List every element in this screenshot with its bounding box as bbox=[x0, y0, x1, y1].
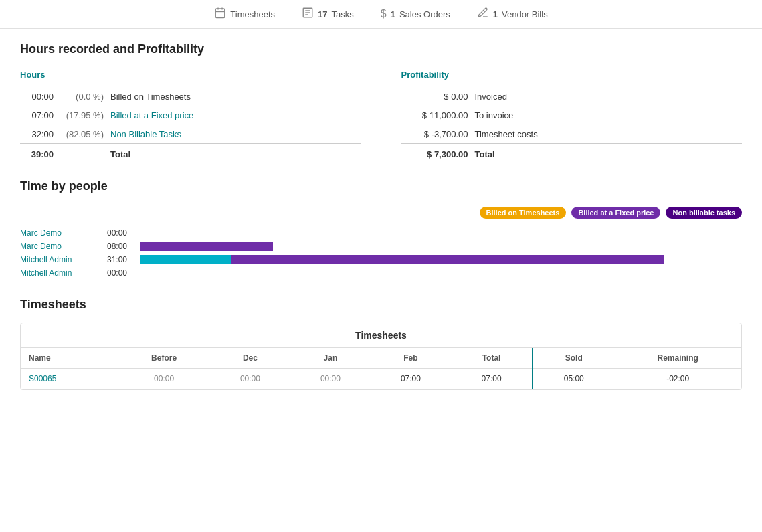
timesheets-table: Name Before Dec Jan Feb Total Sold Remai… bbox=[21, 348, 741, 389]
sales-orders-icon: $ bbox=[381, 8, 387, 20]
people-time-1: 08:00 bbox=[107, 242, 140, 251]
bar-purple-2 bbox=[231, 255, 664, 264]
hours-label-0: Billed on Timesheets bbox=[110, 92, 191, 102]
row-total: 07:00 bbox=[451, 369, 533, 389]
timesheets-section-title: Timesheets bbox=[20, 298, 742, 312]
col-dec: Dec bbox=[210, 348, 290, 369]
hours-row-1: 07:00 (17.95 %) Billed at a Fixed price bbox=[20, 106, 361, 125]
timesheets-icon bbox=[214, 7, 226, 21]
col-feb: Feb bbox=[371, 348, 451, 369]
col-total: Total bbox=[451, 348, 533, 369]
nav-sales-label: Sales Orders bbox=[399, 9, 450, 19]
nav-timesheets-label: Timesheets bbox=[230, 9, 275, 19]
profit-total-row: $ 7,300.00 Total bbox=[401, 144, 743, 159]
col-before: Before bbox=[118, 348, 210, 369]
people-row-0: Marc Demo 00:00 bbox=[20, 228, 742, 238]
chart-legend: Billed on Timesheets Billed at a Fixed p… bbox=[20, 207, 742, 219]
nav-vendor-label: Vendor Bills bbox=[502, 9, 548, 19]
profit-val-2: $ -3,700.00 bbox=[401, 129, 468, 139]
hours-pct-0: (0.0 %) bbox=[60, 92, 104, 102]
people-name-1: Marc Demo bbox=[20, 242, 107, 251]
row-dec: 00:00 bbox=[210, 369, 290, 389]
top-navigation: Timesheets 17 Tasks $ 1 Sales Orders 1 V… bbox=[0, 0, 762, 29]
profit-val-0: $ 0.00 bbox=[401, 92, 468, 102]
time-by-people-title: Time by people bbox=[20, 179, 742, 193]
vendor-bills-icon bbox=[477, 7, 489, 21]
profit-row-2: $ -3,700.00 Timesheet costs bbox=[401, 125, 743, 144]
people-bar-3 bbox=[140, 268, 742, 278]
people-name-3: Mitchell Admin bbox=[20, 268, 107, 278]
hours-total-val: 39:00 bbox=[20, 149, 54, 159]
profit-row-1: $ 11,000.00 To invoice bbox=[401, 106, 743, 125]
row-sold: 05:00 bbox=[533, 369, 614, 389]
legend-billed-fixed: Billed at a Fixed price bbox=[571, 207, 660, 219]
bar-purple-1 bbox=[140, 242, 273, 251]
timesheets-section: Timesheets Timesheets Name Before Dec Ja… bbox=[20, 298, 742, 390]
hours-row-2: 32:00 (82.05 %) Non Billable Tasks bbox=[20, 125, 361, 144]
col-name: Name bbox=[21, 348, 118, 369]
row-remaining: -02:00 bbox=[614, 369, 741, 389]
bar-cyan-2 bbox=[140, 255, 231, 264]
people-bar-0 bbox=[140, 228, 742, 238]
hours-val-0: 00:00 bbox=[20, 92, 54, 102]
people-bar-1 bbox=[140, 242, 742, 251]
people-time-3: 00:00 bbox=[107, 268, 140, 278]
nav-tasks-count: 17 bbox=[318, 9, 327, 19]
row-before: 00:00 bbox=[118, 369, 210, 389]
hours-pct-1: (17.95 %) bbox=[60, 110, 104, 120]
profit-header: Profitability bbox=[401, 70, 743, 80]
profit-total-label: Total bbox=[475, 149, 495, 159]
profit-total-val: $ 7,300.00 bbox=[401, 149, 468, 159]
hours-header: Hours bbox=[20, 70, 361, 80]
tasks-icon bbox=[302, 7, 314, 21]
profit-row-0: $ 0.00 Invoiced bbox=[401, 88, 743, 106]
stats-grid: Hours 00:00 (0.0 %) Billed on Timesheets… bbox=[20, 70, 742, 159]
row-name[interactable]: S00065 bbox=[21, 369, 118, 389]
hours-total-row: 39:00 Total bbox=[20, 144, 361, 159]
people-time-0: 00:00 bbox=[107, 228, 140, 238]
time-by-people-section: Time by people Billed on Timesheets Bill… bbox=[20, 179, 742, 278]
col-jan: Jan bbox=[290, 348, 371, 369]
legend-billed-timesheets: Billed on Timesheets bbox=[480, 207, 567, 219]
people-name-2: Mitchell Admin bbox=[20, 255, 107, 264]
profit-val-1: $ 11,000.00 bbox=[401, 110, 468, 120]
nav-timesheets[interactable]: Timesheets bbox=[214, 7, 275, 21]
hours-label-1[interactable]: Billed at a Fixed price bbox=[110, 110, 193, 120]
people-bar-2 bbox=[140, 255, 742, 264]
hours-label-2[interactable]: Non Billable Tasks bbox=[110, 129, 181, 139]
table-row: S00065 00:00 00:00 00:00 07:00 07:00 05:… bbox=[21, 369, 741, 389]
hours-row-0: 00:00 (0.0 %) Billed on Timesheets bbox=[20, 88, 361, 106]
nav-vendor-count: 1 bbox=[493, 9, 498, 19]
hours-val-1: 07:00 bbox=[20, 110, 54, 120]
people-name-0: Marc Demo bbox=[20, 228, 107, 238]
row-jan: 00:00 bbox=[290, 369, 371, 389]
timesheets-table-wrapper: Timesheets Name Before Dec Jan Feb Total… bbox=[20, 323, 742, 390]
svg-rect-0 bbox=[216, 9, 225, 18]
legend-non-billable: Non billable tasks bbox=[666, 207, 742, 219]
people-row-3: Mitchell Admin 00:00 bbox=[20, 268, 742, 278]
timesheets-table-title: Timesheets bbox=[21, 323, 741, 348]
profit-label-0: Invoiced bbox=[475, 92, 507, 102]
hours-pct-2: (82.05 %) bbox=[60, 129, 104, 139]
main-content: Hours recorded and Profitability Hours 0… bbox=[0, 29, 762, 404]
row-feb: 07:00 bbox=[371, 369, 451, 389]
table-header-row: Name Before Dec Jan Feb Total Sold Remai… bbox=[21, 348, 741, 369]
people-time-2: 31:00 bbox=[107, 255, 140, 264]
nav-vendor-bills[interactable]: 1 Vendor Bills bbox=[477, 7, 548, 21]
nav-sales-orders[interactable]: $ 1 Sales Orders bbox=[381, 8, 450, 20]
profit-label-2: Timesheet costs bbox=[475, 129, 538, 139]
col-sold: Sold bbox=[533, 348, 614, 369]
nav-sales-count: 1 bbox=[391, 9, 395, 19]
profit-label-1: To invoice bbox=[475, 110, 514, 120]
hours-total-label: Total bbox=[110, 149, 130, 159]
col-remaining: Remaining bbox=[614, 348, 741, 369]
nav-tasks[interactable]: 17 Tasks bbox=[302, 7, 354, 21]
people-row-1: Marc Demo 08:00 bbox=[20, 242, 742, 251]
people-row-2: Mitchell Admin 31:00 bbox=[20, 255, 742, 264]
hours-section-title: Hours recorded and Profitability bbox=[20, 42, 742, 56]
hours-column: Hours 00:00 (0.0 %) Billed on Timesheets… bbox=[20, 70, 361, 159]
nav-tasks-label: Tasks bbox=[332, 9, 354, 19]
profitability-column: Profitability $ 0.00 Invoiced $ 11,000.0… bbox=[401, 70, 743, 159]
hours-val-2: 32:00 bbox=[20, 129, 54, 139]
